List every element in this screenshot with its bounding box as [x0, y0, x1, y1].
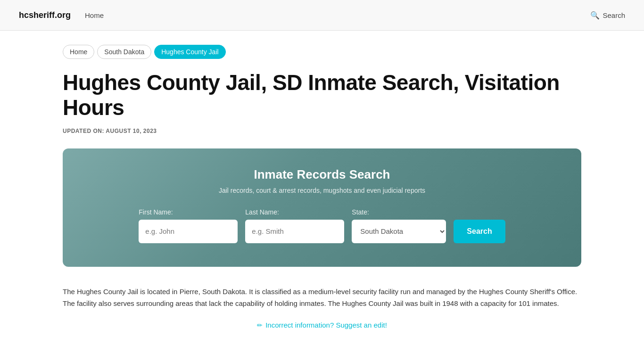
nav-search[interactable]: 🔍 Search: [590, 11, 625, 20]
state-select[interactable]: AlabamaAlaskaArizonaArkansasCaliforniaCo…: [352, 220, 446, 243]
first-name-field: First Name:: [139, 208, 238, 243]
search-icon: 🔍: [590, 11, 600, 20]
updated-date: UPDATED ON: AUGUST 10, 2023: [63, 128, 581, 134]
last-name-input[interactable]: [245, 220, 344, 243]
suggest-edit-label: Incorrect information? Suggest an edit!: [265, 321, 387, 329]
breadcrumb-hughes-county-jail[interactable]: Hughes County Jail: [154, 45, 225, 59]
search-widget-title: Inmate Records Search: [91, 167, 553, 182]
state-field: State: AlabamaAlaskaArizonaArkansasCalif…: [352, 208, 446, 243]
pencil-icon: ✏: [257, 321, 263, 329]
navbar-left: hcsheriff.org Home: [19, 10, 104, 20]
breadcrumb-home[interactable]: Home: [63, 45, 94, 59]
navbar: hcsheriff.org Home 🔍 Search: [0, 0, 644, 31]
nav-search-label: Search: [603, 11, 625, 19]
first-name-input[interactable]: [139, 220, 238, 243]
last-name-label: Last Name:: [245, 208, 344, 216]
main-content: Home South Dakota Hughes County Jail Hug…: [44, 31, 600, 353]
last-name-field: Last Name:: [245, 208, 344, 243]
description-text: The Hughes County Jail is located in Pie…: [63, 286, 581, 310]
nav-home-link[interactable]: Home: [85, 11, 104, 19]
suggest-edit: ✏ Incorrect information? Suggest an edit…: [63, 321, 581, 329]
page-title: Hughes County Jail, SD Inmate Search, Vi…: [63, 70, 581, 120]
first-name-label: First Name:: [139, 208, 238, 216]
site-logo[interactable]: hcsheriff.org: [19, 10, 71, 20]
breadcrumb-south-dakota[interactable]: South Dakota: [97, 45, 151, 59]
search-widget: Inmate Records Search Jail records, cour…: [63, 148, 581, 267]
breadcrumb: Home South Dakota Hughes County Jail: [63, 45, 581, 59]
search-button[interactable]: Search: [454, 220, 505, 243]
search-form: First Name: Last Name: State: AlabamaAla…: [91, 208, 553, 243]
state-label: State:: [352, 208, 446, 216]
search-widget-subtitle: Jail records, court & arrest records, mu…: [91, 187, 553, 194]
suggest-edit-link[interactable]: ✏ Incorrect information? Suggest an edit…: [257, 321, 387, 329]
